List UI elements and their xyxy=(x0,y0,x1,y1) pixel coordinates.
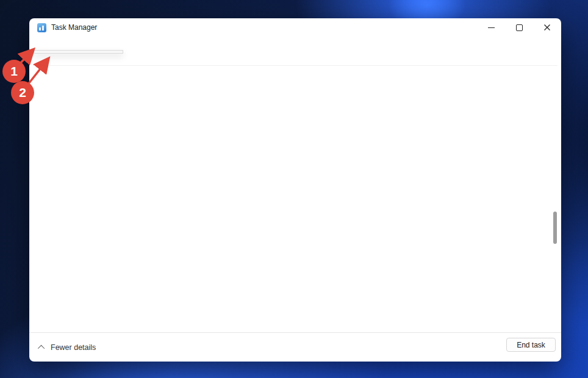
end-task-button[interactable]: End task xyxy=(506,338,556,352)
chevron-up-icon xyxy=(38,344,45,351)
minimize-icon xyxy=(488,27,495,28)
annotation-step-2-badge: 2 xyxy=(11,81,34,104)
window-title: Task Manager xyxy=(51,23,97,32)
title-bar: Task Manager xyxy=(29,18,561,37)
window-controls xyxy=(477,18,561,37)
task-manager-icon xyxy=(37,23,46,32)
minimize-button[interactable] xyxy=(477,18,505,37)
vertical-scrollbar[interactable] xyxy=(553,88,558,325)
scrollbar-thumb[interactable] xyxy=(553,212,557,244)
annotation-step-1-badge: 1 xyxy=(2,60,26,83)
maximize-icon xyxy=(516,24,523,31)
close-button[interactable] xyxy=(533,18,561,37)
footer-bar: Fewer details End task xyxy=(29,333,561,362)
maximize-button[interactable] xyxy=(505,18,533,37)
file-menu-dropdown xyxy=(34,50,123,54)
close-icon xyxy=(543,24,551,31)
fewer-details-label: Fewer details xyxy=(51,343,96,352)
fewer-details-toggle[interactable]: Fewer details xyxy=(40,343,96,352)
tab-divider xyxy=(33,65,558,66)
task-manager-window: Task Manager Fewer details End task xyxy=(29,18,561,362)
